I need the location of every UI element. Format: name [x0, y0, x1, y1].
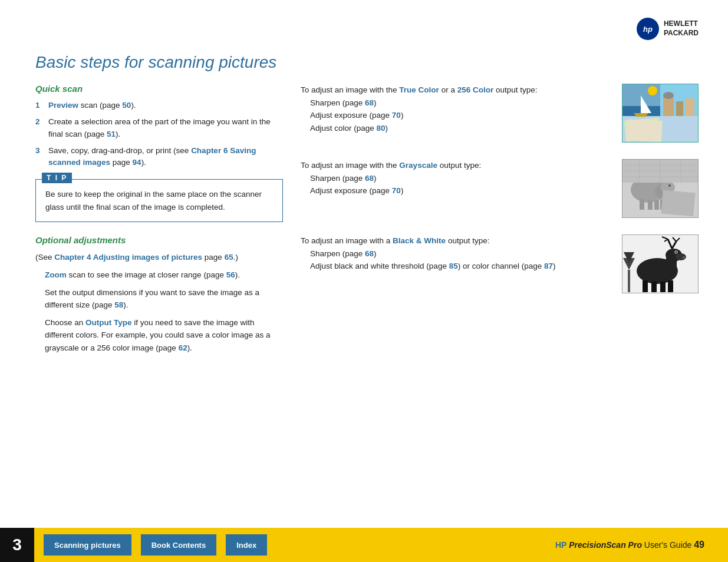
main-content: Basic steps for scanning pictures Quick …: [35, 53, 699, 359]
svg-rect-11: [686, 98, 694, 116]
page-65-link[interactable]: 65: [225, 253, 233, 262]
svg-rect-52: [668, 280, 673, 292]
sharpen2-link[interactable]: 68: [365, 174, 374, 183]
true-color-item1: Sharpen (page 68): [310, 97, 612, 110]
chapter-badge: 3: [0, 528, 34, 562]
brand-line2: PACKARD: [664, 29, 699, 38]
right-column: To adjust an image with the True Color o…: [301, 84, 699, 359]
tip-box: T I P Be sure to keep the original in th…: [35, 179, 283, 222]
tip-text: Be sure to keep the original in the same…: [45, 188, 273, 213]
output-type-link[interactable]: Output Type: [85, 318, 132, 327]
book-contents-button[interactable]: Book Contents: [141, 534, 216, 556]
optional-adjustments-heading: Optional adjustments: [35, 235, 283, 245]
svg-rect-33: [661, 190, 695, 217]
bw-section: To adjust an image with a Black & White …: [301, 234, 699, 293]
svg-rect-50: [651, 282, 657, 292]
page-title: Basic steps for scanning pictures: [35, 53, 699, 72]
chapter6-link[interactable]: Chapter 6 Saving scanned images: [48, 146, 256, 167]
svg-point-25: [668, 184, 671, 187]
svg-rect-14: [626, 119, 663, 142]
bw-link[interactable]: Black & White: [393, 236, 446, 245]
true-color-link[interactable]: True Color: [399, 85, 439, 94]
step-3-number: 3: [35, 145, 48, 169]
svg-rect-49: [643, 280, 648, 292]
step-2-text: Create a selection area of the part of t…: [48, 116, 283, 140]
256-color-link[interactable]: 256 Color: [457, 85, 494, 94]
page-62-link[interactable]: 62: [179, 343, 187, 352]
chapter4-link[interactable]: Chapter 4 Adjusting images of pictures: [54, 253, 202, 262]
step-1-text: Preview scan (page 50).: [48, 100, 136, 111]
quick-scan-heading: Quick scan: [35, 84, 283, 94]
bw-item2: Adjust black and white threshold (page 8…: [310, 260, 612, 273]
svg-point-7: [648, 86, 657, 95]
color1-link[interactable]: 80: [377, 124, 386, 133]
scanning-pictures-button[interactable]: Scanning pictures: [44, 534, 131, 556]
svg-text:hp: hp: [643, 25, 653, 34]
footer-product: PrecisionScan Pro: [569, 540, 642, 550]
svg-point-12: [663, 92, 674, 99]
logo-area: hp HEWLETT PACKARD: [637, 18, 699, 40]
true-color-text: To adjust an image with the True Color o…: [301, 84, 612, 134]
grayscale-link[interactable]: Grayscale: [399, 161, 437, 170]
zoom-link[interactable]: Zoom: [45, 270, 67, 279]
step-2-number: 2: [35, 116, 48, 140]
bw-text: To adjust an image with a Black & White …: [301, 234, 612, 273]
true-color-item3: Adjust color (page 80): [310, 122, 612, 135]
step-1: 1 Preview scan (page 50).: [35, 100, 283, 111]
svg-rect-23: [654, 200, 659, 210]
page-85-link[interactable]: 85: [449, 262, 458, 270]
svg-rect-51: [660, 282, 666, 292]
bw-item1: Sharpen (page 68): [310, 247, 612, 260]
svg-rect-53: [628, 270, 630, 292]
optional-intro: (See Chapter 4 Adjusting images of pictu…: [35, 251, 283, 264]
footer-page-number: 49: [694, 540, 704, 550]
step-3-text: Save, copy, drag-and-drop, or print (see…: [48, 145, 283, 169]
footer-right: HP PrecisionScan Pro User's Guide 49: [555, 540, 704, 550]
grayscale-image: [622, 159, 699, 218]
svg-point-40: [682, 256, 686, 259]
bw-image: [622, 234, 699, 293]
brand-line1: HEWLETT: [664, 19, 699, 29]
index-button[interactable]: Index: [226, 534, 267, 556]
sharpen1-link[interactable]: 68: [365, 98, 374, 107]
optional-item-1: Zoom scan to see the image at closer ran…: [45, 269, 283, 282]
bottom-bar: 3 Scanning pictures Book Contents Index …: [0, 528, 728, 562]
exposure1-link[interactable]: 70: [392, 111, 401, 120]
true-color-image: [622, 84, 699, 143]
sharpen3-link[interactable]: 68: [365, 249, 374, 258]
tip-label: T I P: [42, 173, 72, 183]
quick-scan-steps: 1 Preview scan (page 50). 2 Create a sel…: [35, 100, 283, 168]
optional-item-2: Set the output dimensions if you want to…: [45, 286, 283, 312]
step-1-number: 1: [35, 100, 48, 111]
true-color-item2: Adjust exposure (page 70): [310, 109, 612, 122]
page-50-link[interactable]: 50: [122, 101, 131, 110]
svg-rect-22: [648, 200, 653, 210]
hp-logo: hp: [637, 18, 659, 40]
hp-brand-text: HEWLETT PACKARD: [664, 19, 699, 38]
footer-hp: HP: [555, 540, 566, 550]
footer-guide-text: User's Guide: [644, 540, 691, 550]
two-column-layout: Quick scan 1 Preview scan (page 50). 2 C…: [35, 84, 699, 359]
grayscale-text: To adjust an image with the Grayscale ou…: [301, 159, 612, 197]
svg-rect-21: [640, 199, 644, 210]
page-56-link[interactable]: 56: [226, 270, 235, 279]
page-58-link[interactable]: 58: [114, 300, 123, 309]
grayscale-section: To adjust an image with the Grayscale ou…: [301, 159, 699, 218]
page-87-link[interactable]: 87: [544, 262, 553, 270]
exposure2-link[interactable]: 70: [392, 186, 401, 195]
left-column: Quick scan 1 Preview scan (page 50). 2 C…: [35, 84, 283, 359]
preview-link[interactable]: Preview: [48, 101, 78, 110]
grayscale-item1: Sharpen (page 68): [310, 172, 612, 185]
optional-adjustments-section: Optional adjustments (See Chapter 4 Adju…: [35, 235, 283, 354]
page-container: hp HEWLETT PACKARD Basic steps for scann…: [0, 0, 728, 562]
svg-point-42: [676, 252, 677, 253]
grayscale-item2: Adjust exposure (page 70): [310, 184, 612, 197]
optional-item-3: Choose an Output Type if you need to sav…: [45, 316, 283, 355]
page-94-link[interactable]: 94: [133, 158, 141, 167]
step-2: 2 Create a selection area of the part of…: [35, 116, 283, 140]
page-51-link[interactable]: 51: [107, 130, 116, 138]
svg-rect-10: [676, 101, 683, 116]
step-3: 3 Save, copy, drag-and-drop, or print (s…: [35, 145, 283, 169]
true-color-section: To adjust an image with the True Color o…: [301, 84, 699, 143]
